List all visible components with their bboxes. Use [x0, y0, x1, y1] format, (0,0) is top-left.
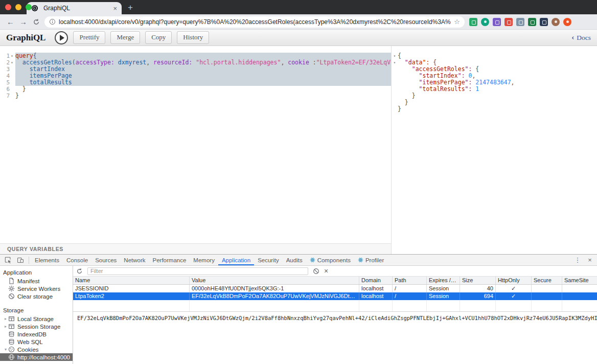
devtools-tab-console[interactable]: Console — [63, 255, 91, 265]
prettify-button[interactable]: Prettify — [73, 31, 105, 44]
sidebar-item-cookies[interactable]: ▾ Cookies — [0, 346, 73, 353]
chevron-down-icon[interactable]: ▾ — [3, 347, 8, 352]
react-icon — [310, 257, 315, 263]
ext-icon-5[interactable] — [516, 18, 524, 26]
column-header-value[interactable]: Value — [190, 277, 359, 284]
cookie-value-preview: EF/32eLqVkB8DmPoF2Oa7AK82OuP7UwVKejVMJzN… — [73, 311, 597, 364]
devtools-tabbar: Elements Console Sources Network Perform… — [0, 255, 597, 266]
gear-icon — [8, 285, 15, 292]
sidebar-item-manifest[interactable]: Manifest — [0, 277, 73, 285]
storage-grid-icon — [8, 323, 15, 330]
clear-storage-icon — [8, 293, 15, 300]
ext-icon-6[interactable] — [528, 18, 536, 26]
browser-toolbar: ← → localhost:4000/dx/api/core/v0/graphq… — [0, 14, 597, 30]
ext-icon-3[interactable] — [493, 18, 501, 26]
devtools-tab-components[interactable]: Components — [306, 255, 354, 265]
devtools-panel: Elements Console Sources Network Perform… — [0, 254, 597, 364]
reload-icon[interactable] — [30, 16, 42, 28]
inspect-element-icon[interactable] — [2, 255, 14, 265]
column-header-secure[interactable]: Secure — [532, 277, 562, 284]
application-sidebar: Application Manifest Service Workers Cle… — [0, 266, 73, 364]
window-zoom-button[interactable] — [26, 4, 32, 10]
result-pane: ▾{▾ "data": { "accessGetRoles": { "start… — [392, 46, 597, 254]
new-tab-button[interactable]: + — [128, 3, 133, 12]
column-header-name[interactable]: Name — [73, 277, 190, 284]
chevron-right-icon[interactable]: ▸ — [3, 316, 8, 321]
macos-traffic-lights — [5, 4, 32, 10]
cookie-table-empty-area — [73, 300, 597, 311]
site-info-icon[interactable] — [49, 18, 56, 25]
devtools-tab-application[interactable]: Application — [218, 255, 254, 265]
browser-tab[interactable]: GraphiQL × — [27, 2, 122, 14]
sidebar-item-clear-storage[interactable]: Clear storage — [0, 292, 73, 300]
query-code[interactable]: query{ accessGetRoles(accessType: dxmyre… — [15, 53, 391, 243]
ext-icon-4[interactable] — [504, 18, 513, 26]
column-header-samesite[interactable]: SameSite — [562, 277, 597, 284]
column-header-httponly[interactable]: HttpOnly — [496, 277, 532, 284]
column-header-path[interactable]: Path — [393, 277, 427, 284]
copy-button[interactable]: Copy — [145, 31, 172, 44]
ext-icon-1[interactable] — [469, 18, 477, 26]
bookmark-star-icon[interactable]: ☆ — [454, 18, 460, 26]
line-numbers-gutter: 1▾2▾34567 — [0, 53, 15, 243]
history-button[interactable]: History — [177, 31, 209, 44]
execute-query-button[interactable] — [55, 31, 68, 44]
address-bar[interactable]: localhost:4000/dx/api/core/v0/graphql?qu… — [44, 16, 465, 28]
tab-close-icon[interactable]: × — [113, 5, 117, 12]
browser-tabstrip: GraphiQL × + — [0, 0, 597, 14]
devtools-tab-memory[interactable]: Memory — [190, 255, 218, 265]
query-variables-bar[interactable]: QUERY VARIABLES — [0, 243, 391, 254]
sidebar-item-cookies-localhost-4000[interactable]: http://localhost:4000 — [0, 353, 73, 361]
delete-cookie-icon[interactable]: × — [324, 267, 328, 275]
column-header-size[interactable]: Size — [460, 277, 496, 284]
device-toolbar-icon[interactable] — [14, 255, 27, 265]
forward-icon[interactable]: → — [17, 16, 30, 28]
query-variables-title: QUERY VARIABLES — [7, 246, 63, 252]
devtools-tab-elements[interactable]: Elements — [31, 255, 63, 265]
column-header-domain[interactable]: Domain — [359, 277, 393, 284]
query-editor[interactable]: 1▾2▾34567 query{ accessGetRoles(accessTy… — [0, 46, 391, 243]
merge-button[interactable]: Merge — [110, 31, 140, 44]
database-icon — [8, 331, 15, 338]
browser-window: GraphiQL × + ← → localhost:4000/dx/api/c… — [0, 0, 597, 364]
cookie-table-header: Name Value Domain Path Expires / Ma... S… — [73, 277, 597, 285]
sidebar-item-service-workers[interactable]: Service Workers — [0, 285, 73, 292]
devtools-tab-sources[interactable]: Sources — [91, 255, 120, 265]
cookie-row-ltpatoken2[interactable]: LtpaToken2 EF/32eLqVkB8DmPoF2Oa7AK82OuP7… — [73, 292, 597, 300]
graphiql-favicon — [31, 5, 38, 12]
clear-all-cookies-icon[interactable] — [313, 268, 319, 275]
devtools-tab-network[interactable]: Network — [120, 255, 149, 265]
devtools-close-icon[interactable]: × — [584, 255, 596, 265]
sidebar-item-indexeddb[interactable]: IndexedDB — [0, 330, 73, 338]
devtools-tab-audits[interactable]: Audits — [283, 255, 306, 265]
devtools-tab-performance[interactable]: Performance — [149, 255, 190, 265]
ext-icon-7[interactable] — [540, 18, 548, 26]
sidebar-item-web-sql[interactable]: Web SQL — [0, 338, 73, 346]
cookies-panel: × Name Value Domain Path Expires / Ma...… — [73, 266, 597, 364]
profile-avatar[interactable] — [552, 18, 560, 26]
cookie-filter-input[interactable] — [87, 267, 308, 275]
extensions-row — [469, 18, 571, 26]
ext-icon-8[interactable] — [563, 18, 571, 26]
ext-icon-2[interactable] — [481, 18, 489, 26]
chevron-right-icon[interactable]: ▸ — [3, 324, 8, 329]
column-header-expires[interactable]: Expires / Ma... — [427, 277, 460, 284]
cookies-toolbar: × — [73, 266, 597, 277]
devtools-tab-security[interactable]: Security — [254, 255, 283, 265]
graphiql-logo: GraphiQL — [6, 33, 45, 43]
tab-title: GraphiQL — [43, 5, 110, 12]
url-text[interactable]: localhost:4000/dx/api/core/v0/graphql?qu… — [59, 18, 451, 26]
query-pane: 1▾2▾34567 query{ accessGetRoles(accessTy… — [0, 46, 392, 254]
refresh-icon[interactable] — [76, 268, 83, 275]
devtools-tab-profiler[interactable]: Profiler — [354, 255, 387, 265]
cookie-row-jsessionid[interactable]: JSESSIONID 0000ohHE48YfU0DNTjjexI5QK3G:-… — [73, 285, 597, 292]
check-icon: ✓ — [496, 285, 532, 292]
sidebar-item-session-storage[interactable]: ▸ Session Storage — [0, 323, 73, 330]
window-close-button[interactable] — [5, 4, 11, 10]
back-icon[interactable]: ← — [4, 16, 17, 28]
devtools-body: Application Manifest Service Workers Cle… — [0, 266, 597, 364]
docs-link[interactable]: ‹ Docs — [571, 33, 591, 42]
window-minimize-button[interactable] — [15, 4, 21, 10]
more-menu-icon[interactable]: ⋮ — [571, 255, 584, 265]
sidebar-item-local-storage[interactable]: ▸ Local Storage — [0, 315, 73, 323]
